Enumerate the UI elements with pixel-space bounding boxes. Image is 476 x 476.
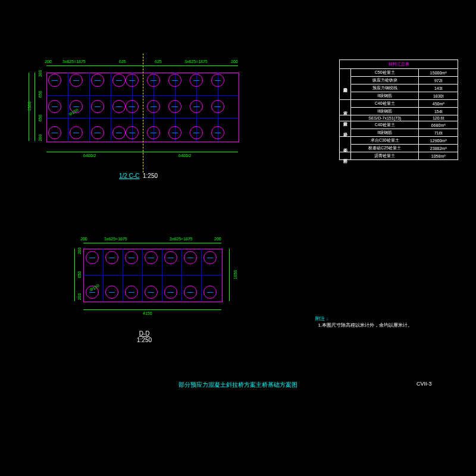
pile-icon [48, 100, 61, 113]
pile-icon [184, 251, 197, 264]
dim-dd-bottom: 4150 [143, 311, 152, 315]
pile-icon [91, 74, 104, 87]
table-cell-name: II级钢筋 [351, 129, 419, 137]
table-category: 基础 [340, 137, 351, 152]
pile-icon [190, 74, 203, 87]
pile-icon [184, 286, 197, 299]
table-cell-name: C50砼量土 [351, 69, 419, 77]
pile-icon [70, 126, 83, 139]
pile-icon [168, 100, 181, 113]
table-cell-value: 120.6t [419, 115, 458, 121]
dim-cc-bot2: 6400/2 [178, 154, 191, 158]
pile-icon [126, 100, 139, 113]
pile-icon [168, 126, 181, 139]
table-title: 材料汇总表 [340, 60, 458, 69]
dim-dd-v200t: 200 [77, 248, 82, 255]
dim-dd-v650: 650 [77, 271, 82, 278]
dim-cc-625a: 625 [119, 60, 126, 64]
table-cell-name: 纵应力砼铁块 [351, 77, 419, 84]
table-cell-value: 154t [419, 108, 458, 115]
note-line-1: 1.本图尺寸除高程以米计外，余均以厘米计。 [318, 322, 412, 328]
table-cell-name: 承台C30砼量土 [351, 137, 419, 145]
pile-icon [112, 100, 126, 113]
dim-cc-v650a: 650 [38, 91, 42, 98]
table-category: 桥梁 [340, 121, 351, 137]
dim-cc-200l: 200 [45, 60, 52, 64]
materials-table: 材料汇总表 主桥箱梁C50砼量土15000m³纵应力砼铁块972t预应力钢绞线1… [339, 60, 458, 160]
dim-dd-200l: 200 [80, 237, 87, 241]
table-category: 斜拉索 [340, 115, 351, 121]
centerline-cc [143, 54, 143, 173]
pile-icon [105, 286, 118, 299]
pile-icon [147, 74, 160, 87]
table-category: 索塔 [340, 100, 351, 115]
table-cell-name: 预应力钢绞线 [351, 84, 419, 92]
pile-icon [164, 251, 177, 264]
dim-dd-span2: 3x625=1875 [170, 237, 193, 241]
table-cell-value: 12900m³ [419, 137, 458, 145]
pile-icon [105, 251, 118, 264]
table-cell-name: 沥青砼量土 [351, 152, 419, 160]
table-cell-name: II级钢筋 [351, 92, 419, 100]
table-cell-value: 15000m³ [419, 69, 458, 77]
pile-icon [86, 251, 99, 264]
dim-cc-200r: 200 [231, 60, 238, 64]
table-cell-value: 1058m³ [419, 152, 458, 160]
pile-icon [126, 74, 139, 87]
drawing-title: 部分预应力混凝土斜拉桥方案主桥基础方案图 [178, 381, 298, 389]
pile-icon [147, 100, 160, 113]
table-cell-value: 716t [419, 129, 458, 137]
view-dd-label: D-D 1:250 [137, 330, 152, 343]
pile-icon [211, 100, 224, 113]
table-cell-value: 143t [419, 84, 458, 92]
table-category: 桥面 [340, 152, 351, 160]
notes-block: 附注： 1.本图尺寸除高程以米计外，余均以厘米计。 [315, 315, 412, 328]
table-cell-name: C40砼量土 [351, 121, 419, 129]
pile-icon [168, 74, 181, 87]
notes-heading: 附注： [315, 316, 330, 321]
dim-cc-span2: 3x625=1875 [184, 60, 208, 64]
dim-dd-200r: 200 [214, 237, 221, 241]
table-cell-name: C40砼量土 [351, 100, 419, 108]
dim-cc-vtotal: 1500 [27, 102, 32, 111]
pile-icon [112, 74, 126, 87]
sheet-number: CVII-3 [416, 381, 432, 387]
view-cc-label: 1/2 C-C 1:250 [119, 173, 158, 179]
table-cell-value: 1830t [419, 92, 458, 100]
pile-icon [147, 126, 160, 139]
dim-cc-v650b: 650 [38, 115, 42, 122]
pile-icon [112, 126, 126, 139]
table-cell-name: II级钢筋 [351, 108, 419, 115]
pile-icon [203, 251, 217, 264]
pile-icon [164, 286, 177, 299]
dim-cc-span1: 3x625=1875 [62, 60, 86, 64]
pile-icon [211, 126, 224, 139]
pile-icon [126, 126, 139, 139]
pile-icon [145, 286, 158, 299]
pile-icon [190, 100, 203, 113]
pile-icon [211, 74, 224, 87]
pile-icon [91, 126, 104, 139]
pile-icon [190, 126, 203, 139]
dim-cc-v200t: 200 [38, 70, 42, 77]
dim-cc-v200b: 200 [38, 134, 42, 142]
table-cell-value: 23882m³ [419, 145, 458, 152]
pile-icon [203, 286, 217, 299]
table-cell-name: 桩基础C25砼量土 [351, 145, 419, 152]
pile-icon [70, 74, 83, 87]
table-cell-value: 972t [419, 77, 458, 84]
pile-icon [48, 126, 61, 139]
dim-cc-bot1: 6400/2 [83, 154, 96, 158]
pile-icon [125, 251, 138, 264]
table-cell-value: 450m³ [419, 100, 458, 108]
dim-cc-625b: 625 [155, 60, 162, 64]
table-cell-value: 6680m³ [419, 121, 458, 129]
dim-dd-v200b: 200 [77, 293, 82, 300]
dim-dd-vtotal: 1050 [233, 270, 237, 280]
pile-icon [125, 286, 138, 299]
pile-icon [48, 74, 61, 87]
pile-icon [91, 100, 104, 113]
table-cell-name: SES/D-7x151(73) [351, 115, 419, 121]
dim-dd-span1: 3x625=1875 [104, 237, 127, 241]
table-category: 主桥箱梁 [340, 69, 351, 100]
